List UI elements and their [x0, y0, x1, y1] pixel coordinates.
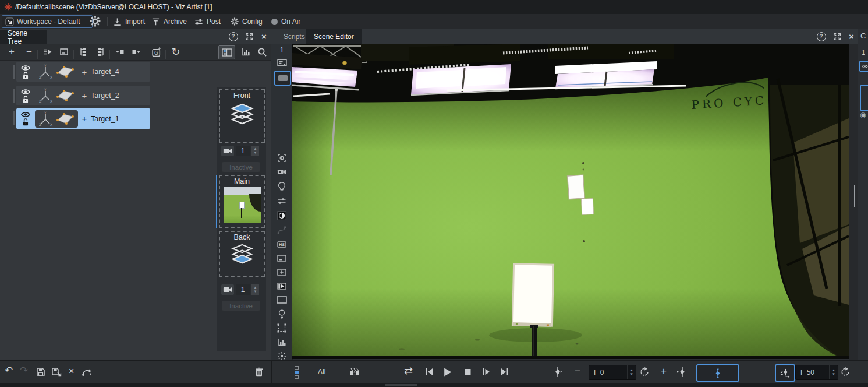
front-camera-spinner[interactable]: ▲▼	[251, 146, 259, 156]
keyframe-mode-button[interactable]	[696, 364, 739, 382]
scene-viewport[interactable]: PRO CYC	[292, 44, 849, 359]
brightness-grid-icon[interactable]	[271, 351, 292, 361]
discard-icon[interactable]: ×	[69, 366, 74, 376]
row-grip[interactable]	[13, 65, 15, 79]
jump-to-icon[interactable]	[82, 368, 92, 377]
insert-after-icon[interactable]	[130, 47, 142, 57]
layer-dots-widget[interactable]	[295, 366, 299, 379]
loop-icon[interactable]: ⇄	[404, 366, 413, 376]
help-icon[interactable]: ?	[816, 31, 826, 41]
prev-keyframe-icon[interactable]	[554, 367, 562, 377]
reset-loop-icon[interactable]	[640, 367, 649, 377]
reset-loop-icon[interactable]	[841, 367, 850, 377]
refresh-icon[interactable]: ↻	[170, 47, 182, 57]
frame-start-field[interactable]: F 0 ▲▼	[589, 365, 636, 380]
skip-start-icon[interactable]	[424, 367, 434, 377]
back-layer-dropzone[interactable]: Back	[219, 231, 265, 277]
visibility-lock-column[interactable]	[16, 111, 35, 126]
editor-scrollbar[interactable]	[854, 185, 855, 207]
camera-icon[interactable]	[221, 284, 234, 295]
bounding-box-icon[interactable]	[271, 296, 292, 304]
close-panel-icon[interactable]: ×	[846, 31, 856, 41]
tab-scene-tree[interactable]: Scene Tree	[0, 30, 47, 45]
adjust-sliders-icon[interactable]	[271, 196, 292, 206]
close-panel-icon[interactable]: ×	[259, 31, 269, 41]
filter-tree-icon[interactable]	[42, 47, 54, 57]
tree-node-target-1-selected[interactable]: + Target_1	[16, 108, 150, 129]
frame-end-spinner[interactable]: ▲▼	[829, 365, 838, 379]
right-panel-field[interactable]	[860, 85, 868, 111]
window-view-icon[interactable]	[271, 254, 292, 263]
add-keyframe-icon[interactable]: +	[661, 366, 667, 376]
next-keyframe-icon[interactable]	[677, 367, 686, 377]
back-camera-spinner[interactable]: ▲▼	[251, 284, 259, 295]
save-as-icon[interactable]	[51, 367, 62, 377]
selection-area-icon[interactable]	[271, 323, 292, 333]
clapper-lock-icon[interactable]	[349, 367, 360, 376]
node-icon-cluster[interactable]	[35, 87, 78, 104]
camera-select-icon[interactable]	[271, 168, 292, 175]
collapse-tree-icon[interactable]	[94, 47, 106, 57]
tree-view-toggle-button[interactable]	[218, 45, 235, 59]
visibility-eye-button[interactable]	[859, 61, 868, 72]
step-forward-icon[interactable]	[481, 367, 491, 377]
storyboard-icon[interactable]	[271, 58, 292, 68]
main-layer-thumbnail[interactable]	[224, 187, 261, 223]
camera-icon[interactable]	[221, 146, 234, 156]
stop-icon[interactable]	[463, 367, 472, 377]
back-inactive-button[interactable]: Inactive	[222, 301, 260, 311]
front-inactive-button[interactable]: Inactive	[222, 162, 260, 172]
save-icon[interactable]	[36, 367, 45, 377]
expand-node-icon[interactable]: +	[78, 114, 91, 124]
performance-chart-icon[interactable]	[271, 337, 292, 347]
expand-node-icon[interactable]: +	[78, 67, 91, 77]
keyframe-edit-button[interactable]	[775, 364, 795, 382]
safe-area-hs-icon[interactable]	[271, 240, 292, 249]
settings-gear-icon[interactable]	[90, 16, 101, 27]
contrast-icon[interactable]	[271, 211, 292, 220]
post-button[interactable]: Post	[194, 14, 221, 29]
workspace-button[interactable]: Workspace - Default	[2, 15, 93, 28]
radio-target-icon[interactable]: ◉	[860, 111, 866, 119]
skip-end-icon[interactable]	[500, 367, 509, 377]
visibility-lock-column[interactable]	[16, 65, 35, 79]
insert-before-icon[interactable]	[114, 47, 126, 57]
trash-icon[interactable]	[255, 367, 263, 377]
lighting-bulb-icon[interactable]	[271, 309, 292, 319]
visibility-lock-column[interactable]	[16, 89, 35, 103]
expand-panel-icon[interactable]	[832, 31, 842, 41]
archive-button[interactable]: Archive	[151, 14, 187, 29]
tab-scene-editor[interactable]: Scene Editor	[306, 29, 362, 44]
light-pin-icon[interactable]	[271, 182, 292, 191]
frame-end-field[interactable]: F 50 ▲▼	[795, 365, 838, 380]
search-icon[interactable]	[256, 47, 268, 57]
back-camera-count[interactable]: 1	[236, 284, 250, 295]
front-camera-count[interactable]: 1	[236, 146, 250, 156]
director-all-selector[interactable]: All	[318, 368, 325, 376]
expand-panel-icon[interactable]	[244, 31, 254, 41]
frame-start-spinner[interactable]: ▲▼	[627, 365, 636, 379]
play-icon[interactable]	[442, 367, 452, 377]
expand-node-icon[interactable]: +	[78, 91, 91, 101]
node-icon-cluster[interactable]	[35, 110, 78, 128]
remove-keyframe-icon[interactable]: −	[575, 366, 580, 376]
note-icon[interactable]	[58, 47, 70, 57]
preview-mode-button[interactable]	[274, 71, 291, 86]
import-button[interactable]: Import	[113, 14, 145, 29]
help-icon[interactable]: ?	[228, 31, 238, 41]
add-node-icon[interactable]: +	[6, 47, 17, 57]
on-air-button[interactable]: On Air	[271, 14, 300, 29]
add-view-icon[interactable]	[271, 268, 292, 277]
expand-tree-icon[interactable]	[78, 47, 90, 57]
tree-node-target-4[interactable]: + Target_4	[16, 62, 150, 82]
scroll-thumb[interactable]	[385, 384, 417, 386]
main-layer-dropzone[interactable]: Main	[219, 175, 265, 228]
row-grip[interactable]	[13, 111, 15, 125]
tree-node-target-2[interactable]: + Target_2	[16, 86, 150, 105]
add-group-icon[interactable]	[150, 47, 162, 57]
undo-icon[interactable]: ↶	[5, 365, 13, 375]
center-view-icon[interactable]	[271, 153, 292, 163]
config-button[interactable]: Config	[231, 14, 263, 29]
playout-view-icon[interactable]	[271, 282, 292, 291]
row-grip[interactable]	[13, 89, 15, 103]
